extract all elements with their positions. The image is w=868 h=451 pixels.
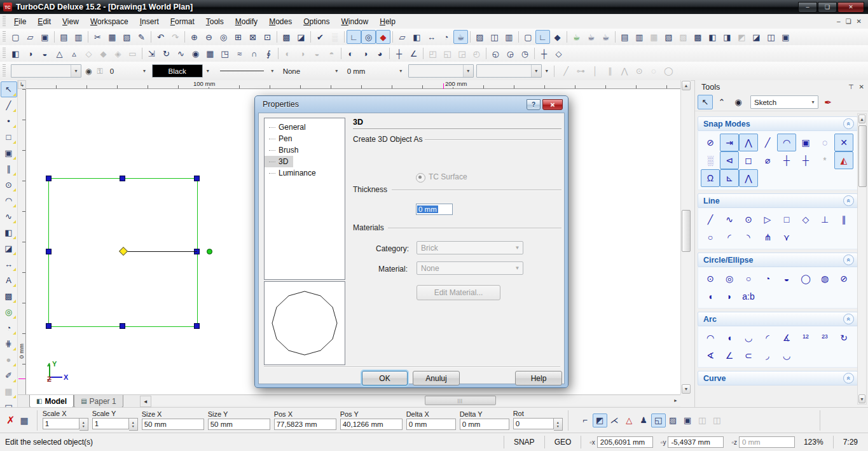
handle-bottom-left[interactable] <box>46 323 52 329</box>
rectangle-tool[interactable]: □ <box>1 129 17 145</box>
minimize-button[interactable]: – <box>798 2 817 13</box>
collapse-chevron-icon[interactable]: « <box>843 373 854 384</box>
zoom-extents-icon[interactable]: ⊞ <box>231 30 245 44</box>
thickness-input[interactable]: 0 mm <box>416 204 453 215</box>
menu-edit[interactable]: Edit <box>32 15 57 28</box>
torus-icon[interactable]: ◈ <box>111 46 125 60</box>
linestyle-combo[interactable]: ▾ <box>213 65 277 77</box>
spell-check-icon[interactable]: ✔ <box>313 30 327 44</box>
facet-b-icon[interactable]: ◱ <box>440 46 455 60</box>
handle-bottom-mid[interactable] <box>120 323 125 329</box>
print-icon[interactable]: ▤ <box>57 30 71 44</box>
cancel-icon[interactable]: ✗ <box>6 414 15 426</box>
circle-concentric-icon[interactable]: ◎ <box>720 270 739 288</box>
arc-elliptical-icon[interactable]: ◞ <box>758 347 777 364</box>
dialog-title-bar[interactable]: Properties ? ✕ <box>255 96 568 113</box>
snap-aperture-icon[interactable]: ◎ <box>361 30 376 44</box>
empty-combo-2[interactable]: ▾ <box>476 64 542 78</box>
menu-tools[interactable]: Tools <box>200 15 230 28</box>
snap-toggle[interactable]: SNAP <box>509 438 540 447</box>
menu-options[interactable]: Options <box>298 15 335 28</box>
new-icon[interactable]: ▢ <box>8 30 23 44</box>
shell-b-icon[interactable]: ◶ <box>503 46 518 60</box>
section-header-snap-modes[interactable]: Snap Modes« <box>698 116 858 131</box>
menu-modes[interactable]: Modes <box>263 15 298 28</box>
handle-mid-left[interactable] <box>46 249 52 254</box>
snap-magnet-icon[interactable]: Ω <box>701 169 720 187</box>
app-icon[interactable]: TC <box>3 3 12 11</box>
snap-magnetic-icon[interactable]: ⊲ <box>720 151 739 169</box>
box-icon[interactable]: ◧ <box>8 46 23 60</box>
pb-line-icon[interactable]: ╱ <box>559 64 574 78</box>
delta-y-input[interactable]: 0 mm <box>460 419 509 430</box>
pb-circle-icon[interactable]: ⊙ <box>632 64 647 78</box>
double-rectangle-tool[interactable]: ▣ <box>1 145 17 161</box>
handle-top-left[interactable] <box>46 176 52 181</box>
insert-picture-icon[interactable]: ▩ <box>279 30 294 44</box>
scrollbar-thumb[interactable]: ||| <box>425 396 496 405</box>
arc-angle-start-end-icon[interactable]: ∢ <box>701 347 720 364</box>
z-coordinate-input[interactable]: 0 mm <box>739 436 795 448</box>
select-tool[interactable]: ↖ <box>1 81 17 97</box>
material-paint-icon[interactable]: ◆ <box>376 30 390 44</box>
lights-icon[interactable]: ▤ <box>617 30 632 44</box>
shell-c-icon[interactable]: ◷ <box>518 46 532 60</box>
layer-combo[interactable]: 0▾ <box>107 65 149 77</box>
line-rectangle-icon[interactable]: □ <box>777 211 796 228</box>
edit-b-icon[interactable]: ◫ <box>710 413 724 427</box>
parallel-line-icon[interactable]: ∥ <box>834 211 853 228</box>
cone-outline-icon[interactable]: ▵ <box>67 46 81 60</box>
material-combo[interactable]: None▼ <box>417 261 523 275</box>
arc-start-end-mid-icon[interactable]: ◡ <box>739 329 758 347</box>
point-tool[interactable]: • <box>1 113 17 129</box>
move-3d-icon[interactable]: ↔ <box>424 30 439 44</box>
cut-icon[interactable]: ✂ <box>90 30 105 44</box>
chevron-down-icon[interactable]: ▾ <box>207 68 209 74</box>
scale-x-input[interactable]: 1 <box>43 418 79 429</box>
pb-vertical-icon[interactable]: │ <box>588 64 603 78</box>
polyline-icon[interactable]: ∿ <box>720 211 739 228</box>
snap-nearest-icon[interactable]: ⇥ <box>720 134 739 151</box>
snap-center-icon[interactable]: ◌ <box>815 134 834 151</box>
render-icon[interactable]: ☕ <box>453 30 468 44</box>
rot-spinner[interactable]: ▲▼ <box>554 418 563 431</box>
copy-icon[interactable]: ▦ <box>105 30 120 44</box>
cancel-button[interactable]: Anuluj <box>413 371 460 385</box>
single-line-icon[interactable]: ╱ <box>701 211 720 228</box>
solid-union-icon[interactable]: ◐ <box>343 46 358 60</box>
snap-grid-icon[interactable]: ░ <box>701 151 720 169</box>
menu-format[interactable]: Format <box>165 15 200 28</box>
facet-a-icon[interactable]: ◰ <box>425 46 440 60</box>
circle-tangent-2-icon[interactable]: ◍ <box>815 270 834 288</box>
tree-item-luminance[interactable]: Luminance <box>265 167 345 179</box>
mdi-minimize-icon[interactable]: – <box>837 18 841 25</box>
size-x-input[interactable]: 50 mm <box>142 419 204 430</box>
zoom-page-icon[interactable]: ⊠ <box>245 30 260 44</box>
surface-tool[interactable]: ● <box>1 352 17 368</box>
arc-complement-icon[interactable]: ↻ <box>834 329 853 347</box>
arc-tangent-icon[interactable]: ◜ <box>758 329 777 347</box>
y-coordinate-input[interactable]: -5,4937 mm <box>668 436 724 448</box>
mdi-close-icon[interactable]: ✕ <box>857 18 862 25</box>
pin-icon[interactable]: ⊤ <box>848 83 854 90</box>
tangent-arc-icon[interactable]: ◝ <box>739 228 758 246</box>
circle-tangent-3arcs-icon[interactable]: ◯ <box>796 270 815 288</box>
frame-points-icon[interactable]: ▣ <box>680 413 695 427</box>
tangent-2-arcs-icon[interactable]: ◜ <box>720 228 739 246</box>
scale-y-input[interactable]: 1 <box>92 418 129 429</box>
view-d-icon[interactable]: ◪ <box>749 30 764 44</box>
edit-material-button[interactable]: Edit Material... <box>417 285 500 300</box>
circle-diameter-icon[interactable]: ○ <box>739 270 758 288</box>
zoom-level[interactable]: 123% <box>799 438 829 447</box>
section-header-line[interactable]: Line« <box>698 193 858 208</box>
arc-fixed-ratio-icon[interactable]: ◡ <box>777 347 796 364</box>
horizontal-ruler[interactable]: 100 mm 200 mm <box>26 80 680 89</box>
style-combo[interactable]: ▾ <box>11 64 81 78</box>
circle-3point-icon[interactable]: ◔ <box>758 270 777 288</box>
brush-icon[interactable]: ✒ <box>820 95 836 109</box>
circle-center-radius-icon[interactable]: ⊙ <box>701 270 720 288</box>
pb-parallel-icon[interactable]: ∥ <box>603 64 617 78</box>
axis-tool-icon[interactable]: ┼ <box>392 46 406 60</box>
multiline-tool[interactable]: ∥ <box>1 161 17 177</box>
sketch-mode-combo[interactable]: Sketch▾ <box>750 95 818 109</box>
